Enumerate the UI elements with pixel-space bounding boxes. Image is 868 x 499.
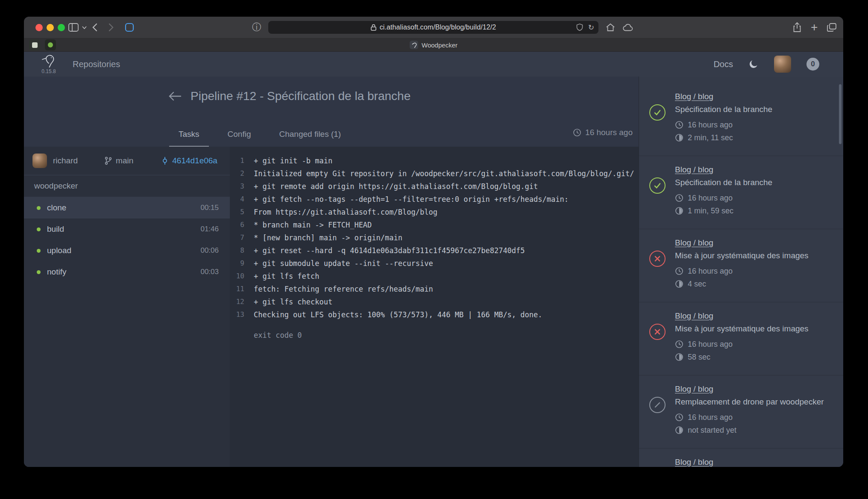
duration-icon — [675, 133, 683, 142]
log-line-text: fetch: Fetching reference refs/heads/mai… — [244, 283, 639, 295]
build-repo-link[interactable]: Blog / blog — [675, 238, 836, 248]
task-row[interactable]: notify 00:03 — [24, 261, 230, 283]
close-window-button[interactable] — [35, 24, 43, 31]
build-item[interactable]: Blog / blog — [639, 449, 843, 467]
extension-icon[interactable] — [576, 24, 583, 31]
clock-icon — [675, 340, 683, 348]
build-repo-link[interactable]: Blog / blog — [675, 165, 836, 175]
woodpecker-logo[interactable]: 0.15.8 — [41, 54, 56, 74]
log-line: 13 Checking out LFS objects: 100% (573/5… — [230, 308, 639, 321]
task-row[interactable]: clone 00:15 — [24, 197, 230, 218]
lock-icon — [371, 24, 376, 31]
commit-link[interactable]: 4614d1e06a — [161, 156, 217, 165]
back-button[interactable] — [92, 17, 97, 38]
task-row[interactable]: build 01:46 — [24, 218, 230, 240]
chevron-down-icon[interactable] — [82, 17, 87, 38]
pipeline-tab[interactable]: Tasks — [169, 130, 209, 147]
check-icon — [653, 108, 662, 117]
log-line: 5 From https://git.athaliasoft.com/Blog/… — [230, 206, 639, 218]
build-status-icon — [649, 251, 666, 267]
task-row[interactable]: upload 00:06 — [24, 240, 230, 261]
build-time: 16 hours ago — [675, 120, 836, 130]
log-line-number: 2 — [230, 167, 244, 180]
dark-mode-toggle-moon-icon[interactable] — [748, 59, 759, 69]
log-line-number: 12 — [230, 295, 244, 308]
sidebar-toggle-icon[interactable] — [68, 17, 79, 38]
zoom-window-button[interactable] — [58, 24, 65, 31]
log-line-number: 10 — [230, 270, 244, 283]
forward-button[interactable] — [108, 17, 114, 38]
tasks-panel: richard main 4614d1e06a woodpecker — [24, 147, 230, 467]
task-group-label: woodpecker — [24, 175, 230, 197]
log-line-text: + git init -b main — [244, 154, 639, 167]
page-info-icon[interactable]: ⓘ — [252, 17, 261, 38]
build-item[interactable]: Blog / blog Spécification de la branche … — [639, 83, 843, 156]
home-icon[interactable] — [606, 17, 615, 38]
git-commit-icon — [161, 156, 168, 165]
active-tab[interactable]: Woodpecker — [24, 38, 843, 51]
build-repo-link[interactable]: Blog / blog — [675, 92, 836, 102]
nav-docs-link[interactable]: Docs — [713, 59, 733, 69]
reload-icon[interactable]: ↻ — [588, 24, 594, 31]
sidebar-scrollbar[interactable] — [839, 84, 842, 144]
woodpecker-page: 0.15.8 Repositories Docs 0 — [24, 52, 843, 467]
log-line-number: 7 — [230, 231, 244, 244]
build-time: 16 hours ago — [675, 339, 836, 349]
log-line-text: From https://git.athaliasoft.com/Blog/bl… — [244, 206, 639, 218]
nav-repositories-link[interactable]: Repositories — [73, 59, 120, 69]
build-repo-link[interactable]: Blog / blog — [675, 457, 836, 467]
clock-icon — [675, 413, 683, 422]
log-line-text: * branch main -> FETCH_HEAD — [244, 218, 639, 231]
clock-icon — [675, 194, 683, 202]
slash-icon — [654, 401, 661, 409]
branch-label: main — [104, 156, 133, 165]
duration-icon — [675, 426, 683, 434]
build-item[interactable]: Blog / blog Spécification de la branche … — [639, 156, 843, 229]
build-duration: 4 sec — [675, 279, 836, 289]
user-avatar[interactable] — [774, 56, 791, 73]
log-panel: 1 + git init -b main 2 Initialized empty… — [230, 147, 639, 467]
share-icon[interactable] — [793, 17, 801, 38]
build-duration: 1 min, 59 sec — [675, 206, 836, 216]
tab-overview-icon[interactable] — [827, 17, 836, 38]
pipeline-tab[interactable]: Config — [218, 130, 261, 147]
bookmark-app-icon[interactable] — [125, 17, 134, 38]
build-item[interactable]: Blog / blog Mise à jour systématique des… — [639, 302, 843, 375]
url-text: ci.athaliasoft.com/Blog/blog/build/12/2 — [380, 24, 496, 31]
log-line: 1 + git init -b main — [230, 154, 639, 167]
log-line-text: + git reset --hard -q 4614d1e06a3dabf311… — [244, 244, 639, 257]
build-duration: not started yet — [675, 425, 836, 435]
log-line-number: 5 — [230, 206, 244, 218]
notification-badge[interactable]: 0 — [806, 58, 819, 71]
log-line-number: 3 — [230, 180, 244, 193]
cross-icon — [654, 328, 661, 335]
new-tab-icon[interactable]: + — [811, 17, 818, 38]
task-status-dot — [37, 206, 41, 210]
cross-icon — [654, 255, 661, 262]
log-line-text: Checking out LFS objects: 100% (573/573)… — [244, 308, 639, 321]
log-lines: 1 + git init -b main 2 Initialized empty… — [230, 154, 639, 321]
task-status-dot — [37, 270, 41, 274]
address-bar[interactable]: ci.athaliasoft.com/Blog/blog/build/12/2 … — [268, 21, 598, 34]
pipeline-time-ago: 16 hours ago — [573, 128, 633, 137]
minimize-window-button[interactable] — [47, 24, 54, 31]
duration-icon — [675, 207, 683, 215]
build-item[interactable]: Blog / blog Remplacement de drone par wo… — [639, 375, 843, 449]
build-repo-link[interactable]: Blog / blog — [675, 384, 836, 394]
build-message: Mise à jour systématique des images — [675, 251, 836, 261]
back-arrow-icon[interactable] — [168, 92, 182, 101]
log-line: 3 + git remote add origin https://git.at… — [230, 180, 639, 193]
task-status-dot — [37, 227, 41, 231]
pipeline-tab[interactable]: Changed files (1) — [270, 130, 351, 147]
log-line-text: Initialized empty Git repository in /woo… — [244, 167, 639, 180]
icloud-tabs-icon[interactable] — [623, 17, 633, 38]
build-message: Spécification de la branche — [675, 104, 836, 115]
build-item[interactable]: Blog / blog Mise à jour systématique des… — [639, 229, 843, 302]
log-line: 9 + git submodule update --init --recurs… — [230, 257, 639, 270]
build-duration: 58 sec — [675, 352, 836, 362]
builds-sidebar: Blog / blog Spécification de la branche … — [639, 77, 843, 467]
log-line-text: + git lfs checkout — [244, 295, 639, 308]
log-line: 12 + git lfs checkout — [230, 295, 639, 308]
tab-title-text: Woodpecker — [422, 41, 457, 49]
build-repo-link[interactable]: Blog / blog — [675, 311, 836, 321]
